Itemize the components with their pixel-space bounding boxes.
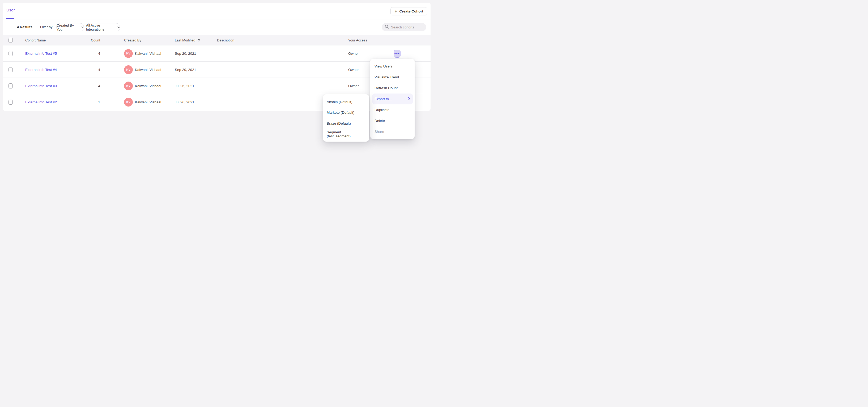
search-icon: [385, 25, 389, 30]
menu-item-visualize-trend[interactable]: Visualize Trend: [370, 72, 414, 83]
created-by-cell: Kalwani, Vishaal: [135, 52, 161, 56]
menu-item-export-to[interactable]: Export to...: [372, 94, 413, 104]
table-row[interactable]: ExternalInfo Test #3 4 KV Kalwani, Visha…: [3, 78, 431, 94]
cohort-name-link[interactable]: ExternalInfo Test #5: [25, 45, 57, 61]
count-cell: 1: [79, 94, 100, 110]
export-submenu: Airship (Default) Marketo (Default) Braz…: [323, 94, 369, 142]
row-checkbox[interactable]: [8, 67, 13, 72]
access-cell: Owner: [348, 62, 359, 77]
table-row[interactable]: ExternalInfo Test #4 4 KV Kalwani, Visha…: [3, 62, 431, 78]
search-input[interactable]: [391, 25, 423, 29]
avatar: KV: [124, 49, 133, 58]
chevron-right-icon: [408, 97, 410, 101]
divider: [35, 23, 35, 32]
count-cell: 4: [79, 78, 100, 94]
submenu-item-segment[interactable]: Segment (test_segment): [323, 129, 369, 140]
col-description: Description: [217, 35, 234, 45]
access-cell: Owner: [348, 78, 359, 94]
created-by-cell: Kalwani, Vishaal: [135, 68, 161, 72]
plus-icon: +: [395, 9, 397, 13]
last-modified-cell: Jul 26, 2021: [175, 94, 194, 110]
menu-item-refresh-count[interactable]: Refresh Count: [370, 83, 414, 94]
avatar: KV: [124, 65, 133, 74]
created-by-cell: Kalwani, Vishaal: [135, 84, 161, 88]
col-cohort-name: Cohort Name: [25, 35, 46, 45]
integrations-dropdown[interactable]: All Active Integrations: [86, 23, 120, 31]
submenu-item-braze[interactable]: Braze (Default): [323, 118, 369, 129]
cohort-name-link[interactable]: ExternalInfo Test #3: [25, 78, 57, 94]
row-actions-button[interactable]: ●●●: [394, 50, 401, 58]
col-count: Count: [79, 35, 100, 45]
row-checkbox[interactable]: [8, 100, 13, 105]
submenu-item-marketo[interactable]: Marketo (Default): [323, 107, 369, 118]
menu-item-delete[interactable]: Delete: [370, 115, 414, 126]
menu-item-share: Share: [370, 126, 414, 137]
search-cohorts-box[interactable]: [382, 23, 426, 31]
row-checkbox[interactable]: [8, 51, 13, 56]
table-row[interactable]: ExternalInfo Test #5 4 KV Kalwani, Visha…: [3, 45, 431, 62]
last-modified-cell: Jul 26, 2021: [175, 78, 194, 94]
create-cohort-button[interactable]: + Create Cohort: [391, 7, 427, 15]
created-by-cell: Kalwani, Vishaal: [135, 100, 161, 104]
cohort-name-link[interactable]: ExternalInfo Test #4: [25, 62, 57, 77]
tab-active-underline: [6, 18, 14, 19]
last-modified-cell: Sep 20, 2021: [175, 62, 196, 77]
avatar: KV: [124, 98, 133, 106]
chevron-down-icon: [81, 27, 84, 28]
select-all-checkbox[interactable]: [8, 38, 13, 43]
count-cell: 4: [79, 45, 100, 61]
results-count: 4 Results: [17, 25, 32, 29]
created-by-dropdown[interactable]: Created By You: [56, 23, 84, 31]
created-by-dropdown-label: Created By You: [57, 23, 80, 31]
row-context-menu: View Users Visualize Trend Refresh Count…: [370, 59, 414, 139]
cohort-name-link[interactable]: ExternalInfo Test #2: [25, 94, 57, 110]
menu-item-duplicate[interactable]: Duplicate: [370, 104, 414, 115]
last-modified-cell: Sep 20, 2021: [175, 45, 196, 61]
submenu-item-airship[interactable]: Airship (Default): [323, 96, 369, 107]
filter-by-label: Filter by: [40, 25, 52, 29]
tab-user[interactable]: User: [6, 8, 15, 12]
create-cohort-label: Create Cohort: [399, 9, 423, 13]
col-last-modified[interactable]: Last Modified: [175, 35, 200, 45]
table-header: Cohort Name Count Created By Last Modifi…: [3, 35, 431, 45]
col-your-access: Your Access: [348, 35, 367, 45]
row-checkbox[interactable]: [8, 84, 13, 89]
avatar: KV: [124, 82, 133, 90]
chevron-down-icon: [117, 27, 120, 28]
integrations-dropdown-label: All Active Integrations: [86, 23, 116, 31]
count-cell: 4: [79, 62, 100, 77]
menu-item-view-users[interactable]: View Users: [370, 61, 414, 72]
col-created-by: Created By: [124, 35, 141, 45]
sort-icon[interactable]: [198, 39, 200, 42]
filter-bar: 4 Results Filter by Created By You All A…: [3, 20, 431, 35]
tab-bar: User + Create Cohort: [3, 3, 431, 20]
access-cell: Owner: [348, 45, 359, 61]
